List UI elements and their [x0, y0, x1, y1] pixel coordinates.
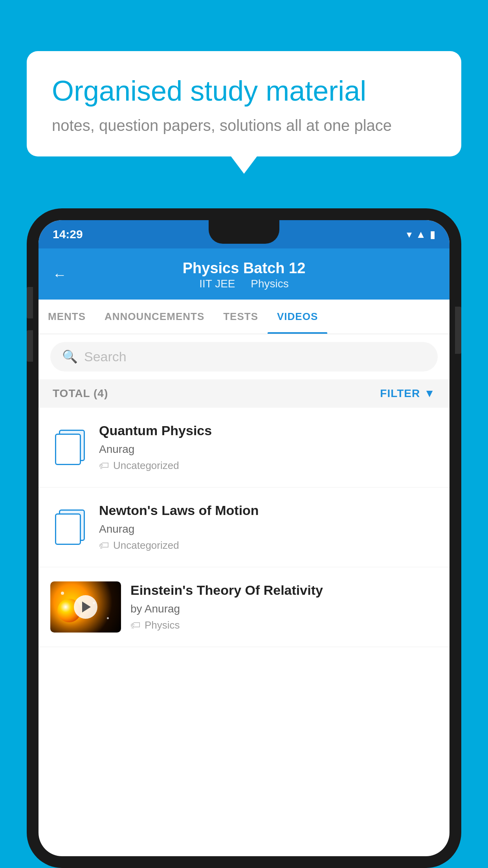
tab-announcements[interactable]: ANNOUNCEMENTS — [95, 300, 214, 334]
speech-bubble-container: Organised study material notes, question… — [27, 51, 461, 156]
video-title: Quantum Physics — [99, 422, 438, 439]
page-subtitle: IIT JEE Physics — [183, 278, 306, 290]
notch-cutout — [209, 220, 279, 244]
search-icon: 🔍 — [62, 349, 78, 364]
power-button — [455, 307, 461, 354]
video-author: Anurag — [99, 443, 438, 456]
tag-label: Uncategorized — [113, 460, 179, 472]
video-author: by Anurag — [130, 603, 438, 615]
volume-up-button — [27, 287, 33, 318]
subtitle-physics: Physics — [251, 278, 288, 290]
wifi-icon: ▾ — [407, 228, 412, 241]
filter-icon: ▼ — [424, 387, 435, 400]
phone-screen: 14:29 ▾ ▲ ▮ ← Physics Batch 12 IIT JEE — [39, 220, 449, 856]
phone-wrapper: 14:29 ▾ ▲ ▮ ← Physics Batch 12 IIT JEE — [27, 208, 461, 868]
file-icon-container — [50, 422, 90, 473]
file-icon-container — [50, 502, 90, 553]
tabs-bar: MENTS ANNOUNCEMENTS TESTS VIDEOS — [39, 300, 449, 334]
video-info: Newton's Laws of Motion Anurag 🏷 Uncateg… — [99, 502, 438, 552]
video-tag: 🏷 Uncategorized — [99, 460, 438, 472]
tag-label: Physics — [145, 619, 180, 631]
list-item[interactable]: Quantum Physics Anurag 🏷 Uncategorized — [39, 408, 449, 487]
video-title: Newton's Laws of Motion — [99, 502, 438, 519]
tag-icon: 🏷 — [99, 539, 109, 552]
tab-ments[interactable]: MENTS — [39, 300, 95, 334]
list-item[interactable]: Einstein's Theory Of Relativity by Anura… — [39, 567, 449, 647]
search-bar[interactable]: 🔍 Search — [50, 342, 438, 371]
nav-title: Physics Batch 12 IIT JEE Physics — [183, 259, 306, 290]
page-title: Physics Batch 12 — [183, 259, 306, 278]
video-info: Einstein's Theory Of Relativity by Anura… — [130, 581, 438, 631]
subtitle-iit: IIT JEE — [199, 278, 235, 290]
filter-button[interactable]: FILTER ▼ — [380, 387, 435, 400]
speech-bubble: Organised study material notes, question… — [27, 51, 461, 156]
video-author: Anurag — [99, 523, 438, 535]
status-time: 14:29 — [53, 228, 83, 241]
document-icon — [55, 509, 85, 545]
video-list: Quantum Physics Anurag 🏷 Uncategorized — [39, 408, 449, 647]
list-item[interactable]: Newton's Laws of Motion Anurag 🏷 Uncateg… — [39, 487, 449, 567]
status-bar: 14:29 ▾ ▲ ▮ — [39, 220, 449, 248]
tab-tests[interactable]: TESTS — [214, 300, 268, 334]
video-thumbnail — [50, 581, 121, 633]
bubble-title: Organised study material — [52, 75, 436, 107]
tag-icon: 🏷 — [99, 460, 109, 472]
document-icon — [55, 430, 85, 465]
search-placeholder-text: Search — [84, 349, 127, 364]
filter-label: FILTER — [380, 387, 420, 400]
tag-icon: 🏷 — [130, 619, 141, 631]
search-container: 🔍 Search — [39, 334, 449, 379]
video-info: Quantum Physics Anurag 🏷 Uncategorized — [99, 422, 438, 472]
tab-videos[interactable]: VIDEOS — [268, 300, 327, 334]
status-icons: ▾ ▲ ▮ — [407, 228, 435, 241]
volume-down-button — [27, 330, 33, 362]
signal-icon: ▲ — [416, 228, 426, 241]
video-title: Einstein's Theory Of Relativity — [130, 581, 438, 599]
play-button-overlay[interactable] — [74, 595, 97, 619]
phone-outer: 14:29 ▾ ▲ ▮ ← Physics Batch 12 IIT JEE — [27, 208, 461, 868]
video-tag: 🏷 Physics — [130, 619, 438, 631]
play-icon — [82, 601, 91, 612]
nav-bar: ← Physics Batch 12 IIT JEE Physics — [39, 248, 449, 300]
app-header: ← Physics Batch 12 IIT JEE Physics — [39, 248, 449, 300]
tag-label: Uncategorized — [113, 539, 179, 552]
video-tag: 🏷 Uncategorized — [99, 539, 438, 552]
back-button[interactable]: ← — [53, 267, 67, 283]
filter-bar: TOTAL (4) FILTER ▼ — [39, 379, 449, 408]
battery-icon: ▮ — [430, 228, 435, 241]
bubble-subtitle: notes, question papers, solutions all at… — [52, 117, 436, 134]
total-count-label: TOTAL (4) — [53, 387, 108, 400]
